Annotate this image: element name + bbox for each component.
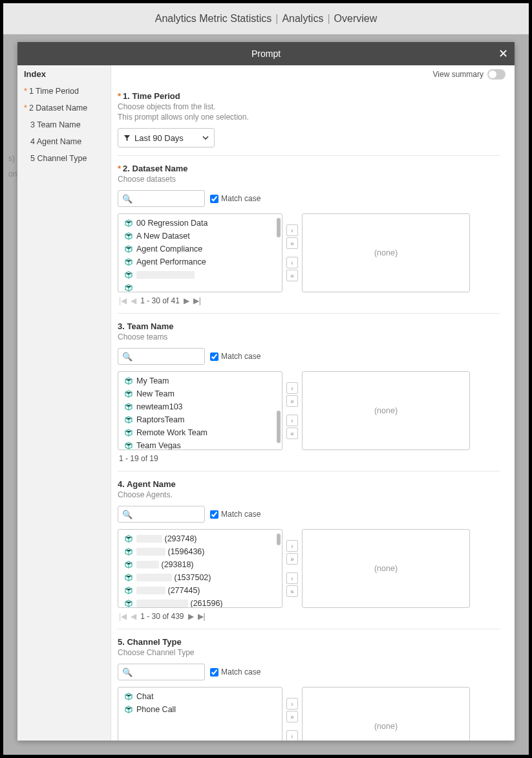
view-summary-label: View summary [433, 70, 484, 79]
move-left-button[interactable]: ‹ [286, 730, 298, 741]
list-item[interactable]: Agent Compliance [118, 243, 282, 255]
list-item[interactable] [118, 281, 282, 292]
section-agent-name: 4. Agent Name Choose Agents. 🔍 Match cas… [118, 471, 500, 629]
sidebar-item-team-name[interactable]: 3 Team Name [17, 116, 111, 133]
match-case-checkbox[interactable]: Match case [210, 352, 261, 361]
scrollbar-thumb[interactable] [277, 411, 281, 443]
search-icon: 🔍 [122, 667, 133, 677]
sidebar-item-channel-type[interactable]: 5 Channel Type [17, 150, 111, 167]
crumb-3[interactable]: Overview [334, 13, 378, 25]
section-dataset-name: *2. Dataset Name Choose datasets 🔍 Match… [118, 155, 500, 313]
section-title: 1. Time Period [123, 91, 180, 101]
list-item[interactable]: (261596) [118, 597, 282, 608]
first-page-button[interactable]: |◀ [119, 612, 127, 621]
list-item[interactable]: (293748) [118, 532, 282, 545]
index-sidebar: Index *1 Time Period *2 Dataset Name 3 T… [17, 65, 111, 741]
dataset-search-input[interactable]: 🔍 [118, 190, 205, 207]
prev-page-button[interactable]: ◀ [131, 296, 136, 305]
modal-header: Prompt ✕ [17, 42, 515, 65]
list-item[interactable]: Agent Performance [118, 255, 282, 268]
move-all-right-button[interactable]: » [286, 553, 298, 565]
agent-search-input[interactable]: 🔍 [118, 506, 205, 523]
section-subtitle: Choose teams [118, 332, 500, 341]
team-selected-list[interactable]: (none) [302, 371, 470, 450]
list-item[interactable]: newteam103 [118, 400, 282, 413]
section-subtitle: Choose Channel Type [118, 648, 500, 657]
dataset-selected-list[interactable]: (none) [302, 213, 470, 292]
list-item[interactable]: RaptorsTeam [118, 413, 282, 426]
last-page-button[interactable]: ▶| [198, 612, 206, 621]
list-item[interactable]: A New Dataset [118, 230, 282, 243]
sidebar-item-agent-name[interactable]: 4 Agent Name [17, 133, 111, 150]
crumb-2[interactable]: Analytics [282, 13, 323, 25]
list-item[interactable]: 00 Regression Data [118, 217, 282, 230]
match-case-checkbox[interactable]: Match case [210, 667, 261, 677]
list-item[interactable]: Team Vegas [118, 439, 282, 450]
prompt-modal: Prompt ✕ Index *1 Time Period *2 Dataset… [17, 42, 515, 741]
section-subtitle: Choose datasets [118, 175, 500, 184]
list-item[interactable]: (1596436) [118, 545, 282, 558]
move-left-button[interactable]: ‹ [286, 415, 298, 426]
section-subtitle: Choose objects from the list. [118, 102, 500, 111]
filter-icon [123, 135, 131, 142]
search-icon: 🔍 [122, 194, 133, 204]
dataset-available-list[interactable]: 00 Regression Data A New Dataset Agent C… [118, 213, 282, 292]
page-breadcrumb: Analytics Metric Statistics | Analytics … [3, 3, 529, 34]
section-title: 4. Agent Name [118, 479, 176, 489]
team-available-list[interactable]: My Team New Team newteam103 RaptorsTeam … [118, 371, 282, 450]
pager-text: 1 - 30 of 439 [140, 612, 184, 621]
section-team-name: 3. Team Name Choose teams 🔍 Match case M… [118, 313, 500, 471]
prev-page-button[interactable]: ◀ [131, 612, 136, 621]
move-left-button[interactable]: ‹ [286, 257, 298, 268]
channel-search-input[interactable]: 🔍 [118, 664, 205, 680]
move-all-right-button[interactable]: » [286, 711, 298, 722]
sidebar-item-dataset-name[interactable]: *2 Dataset Name [17, 100, 111, 116]
list-item[interactable]: (277445) [118, 584, 282, 597]
list-item[interactable] [118, 268, 282, 281]
channel-selected-list[interactable]: (none) [302, 687, 470, 741]
list-item[interactable]: Chat [118, 690, 282, 703]
move-right-button[interactable]: › [286, 382, 298, 394]
agent-selected-list[interactable]: (none) [302, 529, 470, 608]
section-title: 5. Channel Type [118, 637, 182, 647]
list-item[interactable]: New Team [118, 387, 282, 400]
time-period-dropdown[interactable]: Last 90 Days [118, 128, 215, 147]
chevron-down-icon [202, 136, 209, 140]
modal-title: Prompt [251, 49, 281, 59]
match-case-checkbox[interactable]: Match case [210, 510, 261, 519]
sidebar-title: Index [17, 65, 111, 83]
first-page-button[interactable]: |◀ [119, 296, 127, 305]
match-case-checkbox[interactable]: Match case [210, 194, 261, 203]
crumb-1[interactable]: Analytics Metric Statistics [155, 13, 271, 25]
sidebar-item-time-period[interactable]: *1 Time Period [17, 83, 111, 100]
channel-available-list[interactable]: Chat Phone Call [118, 687, 282, 741]
last-page-button[interactable]: ▶| [193, 296, 201, 305]
close-icon[interactable]: ✕ [498, 47, 508, 61]
move-all-right-button[interactable]: » [286, 395, 298, 407]
list-item[interactable]: My Team [118, 374, 282, 387]
move-right-button[interactable]: › [286, 224, 298, 236]
move-right-button[interactable]: › [286, 698, 298, 709]
view-summary-toggle[interactable] [487, 69, 505, 80]
move-all-left-button[interactable]: « [286, 585, 298, 597]
background-partial-text: s)on [8, 151, 17, 182]
move-all-right-button[interactable]: » [286, 237, 298, 249]
next-page-button[interactable]: ▶ [184, 296, 189, 305]
section-time-period: *1. Time Period Choose objects from the … [118, 83, 500, 155]
move-all-left-button[interactable]: « [286, 428, 298, 439]
scrollbar-thumb[interactable] [277, 218, 281, 237]
scrollbar-thumb[interactable] [277, 534, 281, 545]
move-right-button[interactable]: › [286, 540, 298, 552]
move-all-left-button[interactable]: « [286, 270, 298, 281]
list-item[interactable]: Remote Work Team [118, 426, 282, 439]
section-subtitle: Choose Agents. [118, 490, 500, 499]
move-left-button[interactable]: ‹ [286, 572, 298, 584]
team-search-input[interactable]: 🔍 [118, 348, 205, 365]
agent-available-list[interactable]: (293748) (1596436) (293818) (1537502) (2… [118, 529, 282, 608]
next-page-button[interactable]: ▶ [188, 612, 194, 621]
pager-text: 1 - 19 of 19 [119, 454, 158, 463]
list-item[interactable]: (293818) [118, 558, 282, 571]
list-item[interactable]: Phone Call [118, 703, 282, 716]
section-subtitle-2: This prompt allows only one selection. [118, 113, 500, 122]
list-item[interactable]: (1537502) [118, 571, 282, 584]
